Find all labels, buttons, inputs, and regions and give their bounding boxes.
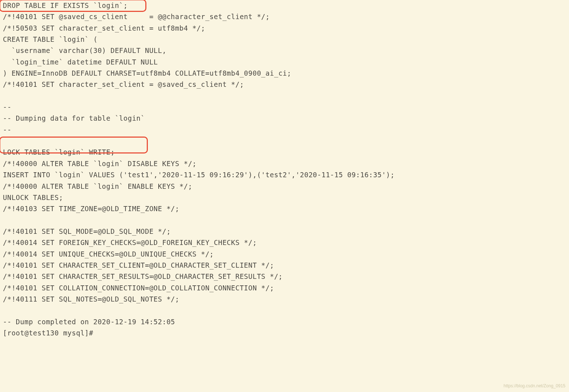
code-line: DROP TABLE IF EXISTS `login`; (3, 1, 128, 9)
code-line: /*!40111 SET SQL_NOTES=@OLD_SQL_NOTES */… (3, 295, 180, 303)
sql-dump-output: DROP TABLE IF EXISTS `login`; /*!40101 S… (3, 0, 569, 339)
code-line: -- Dumping data for table `login` (3, 114, 145, 122)
code-line: /*!40101 SET SQL_MODE=@OLD_SQL_MODE */; (3, 227, 171, 235)
code-line: /*!40014 SET FOREIGN_KEY_CHECKS=@OLD_FOR… (3, 239, 257, 246)
code-line: INSERT INTO `login` VALUES ('test1','202… (3, 171, 394, 179)
code-line: ) ENGINE=InnoDB DEFAULT CHARSET=utf8mb4 … (3, 69, 291, 77)
code-line: /*!40101 SET COLLATION_CONNECTION=@OLD_C… (3, 284, 274, 292)
code-line: UNLOCK TABLES; (3, 193, 63, 201)
code-line: /*!40101 SET character_set_client = @sav… (3, 80, 244, 88)
code-line: /*!40101 SET @saved_cs_client = @@charac… (3, 13, 270, 21)
code-line: `username` varchar(30) DEFAULT NULL, (3, 46, 167, 54)
watermark-text: https://blog.csdn.net/Zong_0915 (504, 383, 565, 390)
code-line: /*!40101 SET CHARACTER_SET_RESULTS=@OLD_… (3, 272, 283, 280)
code-line: CREATE TABLE `login` ( (3, 35, 98, 43)
code-line: /*!50503 SET character_set_client = utf8… (3, 24, 205, 32)
code-line: /*!40014 SET UNIQUE_CHECKS=@OLD_UNIQUE_C… (3, 250, 214, 258)
code-line: /*!40000 ALTER TABLE `login` DISABLE KEY… (3, 160, 197, 168)
code-line: -- (3, 126, 12, 134)
code-line: -- (3, 103, 12, 111)
code-line: -- Dump completed on 2020-12-19 14:52:05 (3, 318, 175, 326)
shell-prompt: [root@test130 mysql]# (3, 329, 93, 337)
code-line: /*!40103 SET TIME_ZONE=@OLD_TIME_ZONE */… (3, 205, 180, 213)
code-line: /*!40000 ALTER TABLE `login` ENABLE KEYS… (3, 182, 192, 190)
code-line: /*!40101 SET CHARACTER_SET_CLIENT=@OLD_C… (3, 261, 274, 269)
code-line: `login_time` datetime DEFAULT NULL (3, 58, 158, 66)
code-line: LOCK TABLES `login` WRITE; (3, 148, 115, 156)
